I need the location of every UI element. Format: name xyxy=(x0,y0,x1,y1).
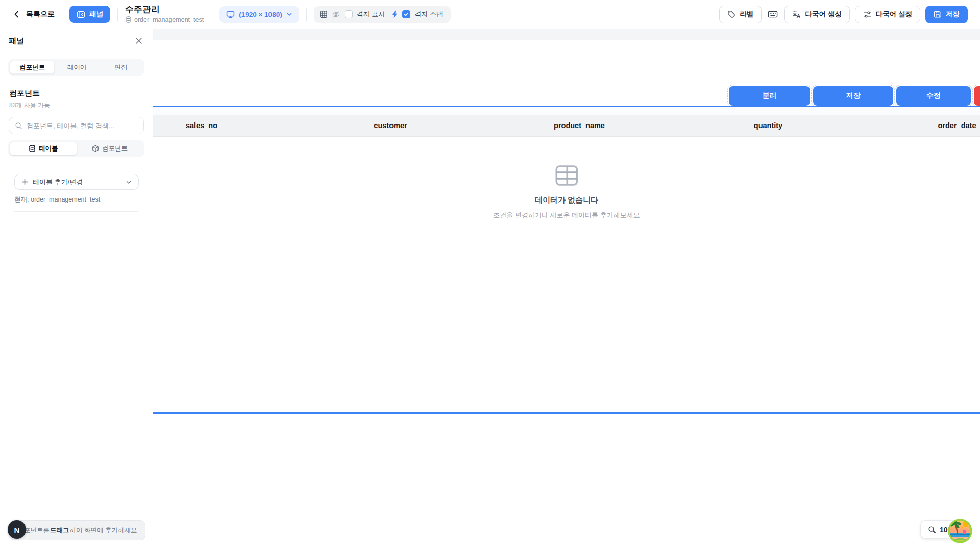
island-app-icon[interactable] xyxy=(947,518,973,544)
page-subtitle: order_management_test xyxy=(125,16,204,23)
save-icon xyxy=(934,10,942,18)
components-count: 83개 사용 가능 xyxy=(9,101,143,110)
source-tab-table[interactable]: 테이블 xyxy=(10,142,77,155)
source-tab-component-label: 컴포넌트 xyxy=(102,144,128,153)
keyboard-shortcuts-button[interactable] xyxy=(767,7,779,22)
source-tabs: 테이블 컴포넌트 xyxy=(8,140,144,157)
panel-close-button[interactable] xyxy=(134,36,144,46)
left-panel: 패널 컴포넌트 레이어 편집 컴포넌트 83개 사용 가능 테이블 xyxy=(0,29,153,551)
table-column-header[interactable]: order_date xyxy=(863,121,980,130)
chevron-down-icon xyxy=(126,179,132,185)
monitor-icon xyxy=(226,11,235,18)
drag-hint-text: 하여 화면에 추가하세요 xyxy=(70,526,137,535)
grid-show-label: 격자 표시 xyxy=(357,10,385,19)
source-tab-component[interactable]: 컴포넌트 xyxy=(77,142,143,155)
search-icon xyxy=(15,122,22,130)
panel-divider xyxy=(14,211,138,212)
search-input[interactable] xyxy=(27,122,138,130)
design-action-button-save[interactable]: 저장 xyxy=(813,86,893,106)
add-change-table-label: 테이블 추가/변경 xyxy=(33,178,121,187)
save-button-label: 저장 xyxy=(946,10,960,19)
label-button[interactable]: 라벨 xyxy=(719,6,762,23)
table-column-header[interactable]: sales_no xyxy=(153,121,296,130)
panel-left-icon xyxy=(77,10,85,19)
app-screen: 목록으로 패널 수주관리 order_management_test xyxy=(0,0,980,551)
screen-size-value: (980 × 551) xyxy=(239,11,282,18)
table-toolbar-strip xyxy=(153,107,980,115)
canvas-top-strip xyxy=(153,29,980,40)
tab-components[interactable]: 컴포넌트 xyxy=(10,61,55,74)
panel-toggle-button[interactable]: 패널 xyxy=(69,6,110,23)
toolbar-divider xyxy=(211,8,211,21)
grid-snap-checkbox[interactable] xyxy=(402,10,410,18)
i18n-settings-label: 다국어 설정 xyxy=(876,10,912,19)
empty-state-subtitle: 조건을 변경하거나 새로운 데이터를 추가해보세요 xyxy=(493,211,640,220)
page-title: 수주관리 xyxy=(125,5,204,15)
component-search xyxy=(9,117,144,134)
translate-icon xyxy=(792,10,801,19)
toolbar-divider xyxy=(306,8,307,21)
save-button[interactable]: 저장 xyxy=(925,6,968,23)
empty-table-icon xyxy=(555,164,578,187)
toolbar-right-group: 라벨 다국어 생성 다국어 설정 xyxy=(719,6,968,23)
database-icon xyxy=(125,16,132,23)
design-action-button-separate[interactable]: 분리 xyxy=(729,86,810,106)
back-to-list-label: 목록으로 xyxy=(26,10,55,19)
tab-edit[interactable]: 편집 xyxy=(99,61,143,74)
grid-snap-label: 격자 스냅 xyxy=(414,10,443,19)
empty-state-title: 데이터가 없습니다 xyxy=(535,195,598,205)
back-to-list-button[interactable]: 목록으로 xyxy=(12,10,55,19)
current-table-label: 현재: order_management_test xyxy=(14,195,138,204)
drag-hint-bold: 드래그 xyxy=(50,526,69,535)
chevron-down-icon xyxy=(286,11,292,17)
table-header-row: sales_no customer product_name quantity … xyxy=(153,115,980,137)
drag-hint: 컴포넌트를 드래그하여 화면에 추가하세요 xyxy=(9,520,145,540)
i18n-generate-label: 다국어 생성 xyxy=(805,10,841,19)
screen-size-selector[interactable]: (980 × 551) xyxy=(219,6,299,23)
plus-icon xyxy=(21,179,28,185)
table-empty-state: 데이터가 없습니다 조건을 변경하거나 새로운 데이터를 추가해보세요 xyxy=(493,164,640,220)
database-icon xyxy=(29,145,36,152)
components-section-title: 컴포넌트 xyxy=(9,89,143,98)
page-title-block: 수주관리 order_management_test xyxy=(125,5,204,23)
i18n-settings-button[interactable]: 다국어 설정 xyxy=(855,6,920,23)
grid-settings-group: 격자 표시 격자 스냅 xyxy=(314,6,451,23)
design-canvas[interactable]: 분리 저장 수정 sales_no customer product_name … xyxy=(153,29,980,551)
panel-tabs: 컴포넌트 레이어 편집 xyxy=(8,59,144,76)
cursor-badge: N xyxy=(8,520,26,539)
package-icon xyxy=(92,145,99,152)
eye-off-icon xyxy=(332,10,340,19)
design-action-button-partial[interactable] xyxy=(974,86,980,106)
label-button-label: 라벨 xyxy=(740,10,753,19)
table-column-header[interactable]: quantity xyxy=(674,121,863,130)
panel-title: 패널 xyxy=(9,36,24,46)
keyboard-icon xyxy=(768,10,778,18)
tab-layers[interactable]: 레이어 xyxy=(55,61,99,74)
selection-border-bottom xyxy=(153,412,980,414)
sliders-icon xyxy=(863,10,872,19)
table-column-header[interactable]: product_name xyxy=(485,121,674,130)
back-arrow-icon xyxy=(12,10,21,19)
magnifier-icon xyxy=(928,525,936,534)
tag-icon xyxy=(727,10,736,18)
table-column-header[interactable]: customer xyxy=(296,121,485,130)
design-action-button-edit[interactable]: 수정 xyxy=(896,86,971,106)
panel-toggle-label: 패널 xyxy=(89,10,103,19)
top-toolbar: 목록으로 패널 수주관리 order_management_test xyxy=(0,0,980,29)
add-change-table-button[interactable]: 테이블 추가/변경 xyxy=(14,174,139,190)
i18n-generate-button[interactable]: 다국어 생성 xyxy=(784,6,849,23)
grid-show-checkbox[interactable] xyxy=(345,10,353,18)
lightning-icon xyxy=(391,10,398,18)
source-tab-table-label: 테이블 xyxy=(39,144,58,153)
grid-icon xyxy=(320,10,328,18)
bound-table-name: order_management_test xyxy=(134,16,204,23)
panel-header: 패널 xyxy=(0,29,153,53)
toolbar-divider xyxy=(62,8,62,21)
toolbar-divider xyxy=(117,8,118,21)
